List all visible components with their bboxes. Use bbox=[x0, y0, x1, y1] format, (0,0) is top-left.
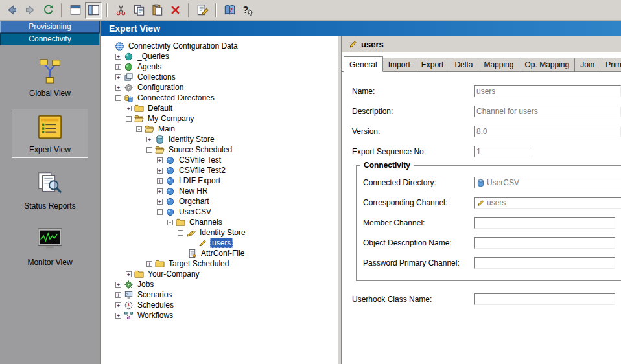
edit-icon bbox=[196, 4, 209, 16]
expand-icon[interactable]: + bbox=[157, 178, 163, 184]
expand-icon[interactable]: + bbox=[115, 74, 121, 80]
collapse-icon[interactable]: - bbox=[115, 95, 121, 101]
expand-icon[interactable]: + bbox=[157, 157, 163, 163]
tree-item-csvfile-test[interactable]: +CSVfile Test bbox=[101, 155, 337, 165]
tree-item-source-scheduled[interactable]: -Source Scheduled bbox=[101, 144, 337, 155]
form-row: Userhook Class Name: bbox=[352, 293, 621, 306]
collapse-icon[interactable]: - bbox=[157, 209, 163, 215]
tree-item-collections[interactable]: +Collections bbox=[101, 72, 337, 82]
tree-item-connectivity-configuration-data[interactable]: Connectivity Configuration Data bbox=[101, 41, 337, 51]
tree-item-csvfile-test2[interactable]: +CSVfile Test2 bbox=[101, 165, 337, 176]
description-field[interactable]: Channel for users bbox=[474, 106, 621, 117]
splitter-handle[interactable] bbox=[337, 36, 342, 364]
edit-button[interactable] bbox=[194, 2, 211, 19]
expand-icon[interactable]: + bbox=[126, 106, 132, 111]
tree-item-main[interactable]: -Main bbox=[101, 124, 337, 134]
tree-item-orgchart[interactable]: +Orgchart bbox=[101, 196, 337, 207]
expand-icon[interactable]: + bbox=[115, 313, 121, 319]
tree-item-usercsv[interactable]: -UserCSV bbox=[101, 207, 337, 217]
userhook-field[interactable] bbox=[474, 293, 615, 305]
sidebar-item-status-reports[interactable]: Status Reports bbox=[12, 165, 88, 214]
tree-item-users[interactable]: users bbox=[101, 238, 337, 248]
context-help-button[interactable]: ? bbox=[239, 2, 256, 19]
collapse-icon[interactable]: - bbox=[136, 126, 142, 132]
tab-import[interactable]: Import bbox=[382, 58, 416, 71]
sidebar-item-monitor-view[interactable]: Monitor View bbox=[12, 222, 88, 271]
forward-button[interactable] bbox=[21, 2, 38, 19]
tree-item-attrconf-file[interactable]: AttrConf-File bbox=[101, 248, 337, 258]
tree-item-agents[interactable]: +Agents bbox=[101, 62, 337, 72]
tree-item-my-company[interactable]: -My-Company bbox=[101, 113, 337, 124]
collapse-icon[interactable]: - bbox=[146, 147, 152, 153]
toggle-tree-button[interactable] bbox=[85, 2, 102, 19]
tree-item-queries[interactable]: +_Queries bbox=[101, 51, 337, 62]
tree-item-identity-store[interactable]: +Identity Store bbox=[101, 134, 337, 144]
paste-button[interactable] bbox=[148, 2, 165, 19]
tree-item-your-company[interactable]: +Your-Company bbox=[101, 269, 337, 279]
object-description-field[interactable] bbox=[474, 237, 615, 249]
tree-item-scenarios[interactable]: +Scenarios bbox=[101, 290, 337, 300]
tree-item-configuration[interactable]: +Configuration bbox=[101, 82, 337, 93]
tree-item-identity-store[interactable]: -Identity Store bbox=[101, 227, 337, 238]
tree-item-connected-directories[interactable]: -Connected Directories bbox=[101, 93, 337, 103]
expand-icon[interactable]: + bbox=[146, 261, 152, 267]
field-value: 8.0 bbox=[476, 127, 487, 136]
tab-join[interactable]: Join bbox=[574, 58, 600, 71]
tree-item-target-scheduled[interactable]: +Target Scheduled bbox=[101, 258, 337, 269]
form-row: Member Channel: bbox=[363, 216, 621, 229]
connected-directory-field[interactable]: UserCSV bbox=[474, 177, 621, 188]
tab-export[interactable]: Export bbox=[416, 58, 450, 71]
corresponding-channel-field[interactable]: users bbox=[474, 197, 621, 209]
expand-icon[interactable]: + bbox=[126, 271, 132, 277]
collapse-icon[interactable]: - bbox=[126, 116, 132, 122]
back-button[interactable] bbox=[3, 2, 20, 19]
cut-button[interactable] bbox=[112, 2, 129, 19]
tree-item-channels[interactable]: -Channels bbox=[101, 217, 337, 227]
expand-icon[interactable]: + bbox=[115, 85, 121, 91]
sidebar-tab-connectivity[interactable]: Connectivity bbox=[0, 33, 100, 45]
tree-item-schedules[interactable]: +Schedules bbox=[101, 300, 337, 310]
tree-item-ldif-export[interactable]: +LDIF Export bbox=[101, 176, 337, 186]
delete-button[interactable] bbox=[167, 2, 183, 19]
expand-icon[interactable]: + bbox=[157, 199, 163, 205]
detail-panel: users GeneralImportExportDeltaMappingOp.… bbox=[342, 36, 621, 364]
tree-item-jobs[interactable]: +Jobs bbox=[101, 279, 337, 290]
expand-icon[interactable]: + bbox=[157, 188, 163, 194]
copy-button[interactable] bbox=[130, 2, 147, 19]
refresh-button[interactable] bbox=[40, 2, 56, 19]
tree-item-label: Channels bbox=[188, 218, 224, 227]
member-channel-field[interactable] bbox=[474, 217, 615, 229]
password-primary-field[interactable] bbox=[474, 257, 615, 269]
expand-icon[interactable]: + bbox=[157, 168, 163, 174]
tab-mapping[interactable]: Mapping bbox=[478, 58, 519, 71]
tab-delta[interactable]: Delta bbox=[449, 58, 478, 71]
export-sequence-field[interactable]: 1 bbox=[474, 146, 533, 157]
paste-icon bbox=[151, 4, 163, 16]
version-field[interactable]: 8.0 bbox=[474, 126, 621, 137]
expand-icon[interactable]: + bbox=[146, 137, 152, 142]
tree-item-new-hr[interactable]: +New HR bbox=[101, 186, 337, 196]
new-window-icon bbox=[69, 4, 82, 16]
scenario-icon bbox=[124, 290, 134, 300]
collapse-icon[interactable]: - bbox=[178, 230, 183, 236]
tree-item-workflows[interactable]: +Workflows bbox=[101, 310, 337, 321]
tree-item-default[interactable]: +Default bbox=[101, 103, 337, 113]
new-window-button[interactable] bbox=[67, 2, 84, 19]
sidebar-tab-provisioning[interactable]: Provisioning bbox=[0, 21, 100, 33]
expand-icon[interactable]: + bbox=[115, 282, 121, 288]
expand-icon[interactable]: + bbox=[115, 292, 121, 298]
expand-icon[interactable]: + bbox=[115, 302, 121, 308]
tree-item-label: Schedules bbox=[136, 301, 175, 310]
name-field[interactable]: users bbox=[474, 85, 621, 97]
tab-op-mapping[interactable]: Op. Mapping bbox=[519, 58, 575, 71]
sidebar-item-expert-view[interactable]: Expert View bbox=[12, 109, 88, 158]
collapse-icon[interactable]: - bbox=[167, 220, 173, 225]
tab-primary-ch[interactable]: Primary Ch bbox=[600, 58, 621, 71]
expand-icon[interactable]: + bbox=[115, 64, 121, 70]
sidebar-item-global-view[interactable]: Global View bbox=[12, 52, 88, 102]
sidebar-item-label: Monitor View bbox=[27, 258, 72, 267]
field-label: Password Primary Channel: bbox=[363, 258, 474, 267]
help-book-button[interactable]: ? bbox=[221, 2, 238, 19]
expand-icon[interactable]: + bbox=[115, 54, 121, 60]
tab-general[interactable]: General bbox=[344, 56, 383, 72]
